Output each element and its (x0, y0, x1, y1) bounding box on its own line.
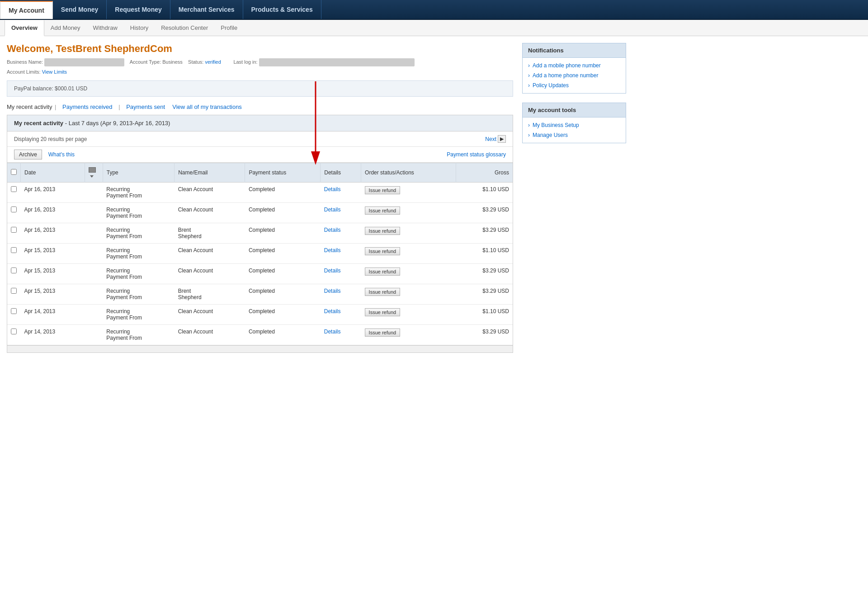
business-name-value: TestBrent ShepherdCom Test Brent (44, 58, 124, 66)
horizontal-scrollbar[interactable] (7, 345, 513, 352)
row-checkbox-3[interactable] (11, 247, 17, 253)
th-gross: Gross (456, 163, 513, 183)
tab-merchant-services[interactable]: Merchant Services (170, 0, 243, 19)
row-checkbox-6[interactable] (11, 308, 17, 314)
activity-links-row: My recent activity | Payments received |… (7, 103, 513, 110)
details-link-3[interactable]: Details (324, 247, 341, 253)
issue-refund-button-3[interactable]: Issue refund (365, 247, 401, 255)
row-details: Details (321, 223, 361, 244)
row-details: Details (321, 203, 361, 223)
status-link[interactable]: verified (205, 59, 221, 65)
recent-activity-label: My recent activity (7, 103, 52, 110)
tab-products-services[interactable]: Products & Services (243, 0, 321, 19)
transactions-table: Date Type Name/Email Payment status Deta… (7, 163, 513, 345)
issue-refund-button-5[interactable]: Issue refund (365, 288, 401, 296)
row-date: Apr 16, 2013 (21, 203, 85, 223)
subnav-overview[interactable]: Overview (5, 20, 44, 36)
tab-my-account[interactable]: My Account (0, 1, 53, 19)
row-type: RecurringPayment From (103, 284, 174, 305)
row-checkbox-4[interactable] (11, 267, 17, 273)
row-type: RecurringPayment From (103, 305, 174, 325)
row-checkbox-5[interactable] (11, 288, 17, 294)
details-link-6[interactable]: Details (324, 308, 341, 314)
table-row: Apr 15, 2013 RecurringPayment From Clean… (7, 264, 513, 284)
row-gross: $1.10 USD (456, 305, 513, 325)
subnav-history[interactable]: History (124, 20, 155, 36)
th-type: Type (103, 163, 174, 183)
details-link-0[interactable]: Details (324, 186, 341, 192)
flag-sort-icon[interactable] (89, 167, 96, 173)
issue-refund-button-0[interactable]: Issue refund (365, 186, 401, 194)
table-row: Apr 15, 2013 RecurringPayment From Clean… (7, 244, 513, 264)
row-checkbox-2[interactable] (11, 227, 17, 233)
notification-policy-updates[interactable]: Policy Updates (528, 82, 620, 89)
tool-business-setup[interactable]: My Business Setup (528, 122, 620, 128)
issue-refund-button-4[interactable]: Issue refund (365, 267, 401, 276)
row-details: Details (321, 183, 361, 203)
row-order-actions: Issue refund (361, 244, 456, 264)
row-type: RecurringPayment From (103, 244, 174, 264)
row-gross: $3.29 USD (456, 264, 513, 284)
next-page-link[interactable]: Next ▶ (485, 135, 506, 143)
select-all-checkbox[interactable] (11, 169, 17, 175)
account-limits-row: Account Limits: View Limits (7, 68, 513, 76)
view-all-transactions-link[interactable]: View all of my transactions (172, 103, 242, 110)
row-date: Apr 15, 2013 (21, 244, 85, 264)
row-gross: $1.10 USD (456, 183, 513, 203)
tab-send-money[interactable]: Send Money (53, 0, 107, 19)
row-payment-status: Completed (245, 325, 321, 345)
row-flag (85, 284, 103, 305)
row-gross: $1.10 USD (456, 244, 513, 264)
row-checkbox-cell (7, 203, 21, 223)
account-info-row: Business Name: TestBrent ShepherdCom Tes… (7, 58, 513, 66)
th-payment-status: Payment status (245, 163, 321, 183)
row-type: RecurringPayment From (103, 325, 174, 345)
payments-sent-link[interactable]: Payments sent (126, 103, 165, 110)
balance-section: PayPal balance: $000.01 USD (7, 80, 513, 97)
row-type: RecurringPayment From (103, 183, 174, 203)
issue-refund-button-2[interactable]: Issue refund (365, 227, 401, 235)
row-checkbox-cell (7, 264, 21, 284)
subnav-profile[interactable]: Profile (214, 20, 244, 36)
row-checkbox-1[interactable] (11, 206, 17, 212)
issue-refund-button-1[interactable]: Issue refund (365, 206, 401, 215)
row-checkbox-cell (7, 223, 21, 244)
row-order-actions: Issue refund (361, 223, 456, 244)
top-navigation: My Account Send Money Request Money Merc… (0, 0, 868, 20)
issue-refund-button-6[interactable]: Issue refund (365, 308, 401, 316)
whats-this-link[interactable]: What's this (48, 151, 75, 158)
table-row: Apr 15, 2013 RecurringPayment From Brent… (7, 284, 513, 305)
details-link-5[interactable]: Details (324, 288, 341, 294)
row-details: Details (321, 305, 361, 325)
payments-received-link[interactable]: Payments received (62, 103, 113, 110)
subnav-resolution-center[interactable]: Resolution Center (155, 20, 214, 36)
archive-button[interactable]: Archive (14, 150, 42, 160)
details-link-4[interactable]: Details (324, 267, 341, 274)
table-row: Apr 16, 2013 RecurringPayment From Clean… (7, 183, 513, 203)
row-checkbox-cell (7, 305, 21, 325)
th-order-status: Order status/Actions (361, 163, 456, 183)
notification-home-phone[interactable]: Add a home phone number (528, 72, 620, 79)
row-gross: $3.29 USD (456, 284, 513, 305)
notification-mobile-phone[interactable]: Add a mobile phone number (528, 62, 620, 69)
subnav-withdraw[interactable]: Withdraw (87, 20, 124, 36)
activity-title: My recent activity - Last 7 days (Apr 9,… (14, 120, 506, 127)
row-checkbox-7[interactable] (11, 328, 17, 334)
details-link-1[interactable]: Details (324, 206, 341, 213)
tab-request-money[interactable]: Request Money (107, 0, 170, 19)
row-checkbox-0[interactable] (11, 186, 17, 192)
notifications-body: Add a mobile phone number Add a home pho… (522, 58, 626, 94)
tool-manage-users[interactable]: Manage Users (528, 132, 620, 138)
row-checkbox-cell (7, 325, 21, 345)
issue-refund-button-7[interactable]: Issue refund (365, 328, 401, 337)
business-name-label: Business Name: (7, 59, 43, 65)
account-limits-link[interactable]: View Limits (42, 69, 67, 75)
details-link-7[interactable]: Details (324, 328, 341, 335)
row-flag (85, 325, 103, 345)
payment-glossary-link[interactable]: Payment status glossary (447, 151, 506, 158)
subnav-add-money[interactable]: Add Money (44, 20, 87, 36)
row-type: RecurringPayment From (103, 223, 174, 244)
row-checkbox-cell (7, 284, 21, 305)
balance-value: $000.01 USD (55, 85, 87, 92)
details-link-2[interactable]: Details (324, 227, 341, 233)
